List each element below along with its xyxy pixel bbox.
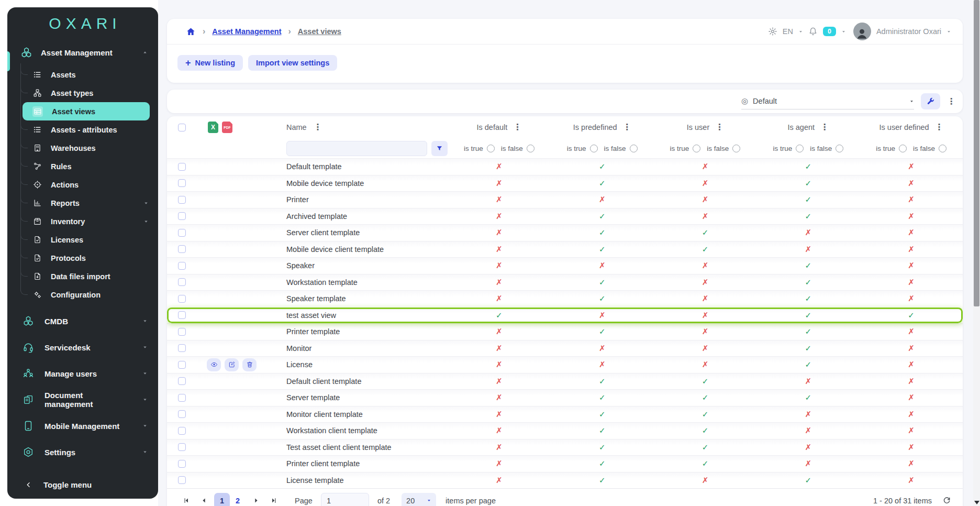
is-true-radio[interactable] bbox=[487, 145, 495, 152]
chevron-down-icon[interactable] bbox=[798, 29, 803, 34]
select-all-checkbox[interactable] bbox=[178, 124, 186, 131]
toggle-menu-button[interactable]: Toggle menu bbox=[7, 480, 158, 489]
is-true-radio[interactable] bbox=[899, 145, 907, 152]
table-row[interactable]: Server client template ✗ ✓ ✓ ✗ ✗ bbox=[167, 224, 963, 241]
row-checkbox[interactable] bbox=[178, 229, 186, 237]
sidebar-item[interactable]: Licenses bbox=[7, 230, 158, 249]
row-checkbox[interactable] bbox=[178, 443, 186, 451]
row-checkbox[interactable] bbox=[178, 212, 186, 220]
scrollbar-down-arrow-icon[interactable] bbox=[974, 501, 979, 504]
table-row[interactable]: Monitor client template ✗ ✓ ✓ ✗ ✗ bbox=[167, 406, 963, 423]
table-row[interactable]: Server template ✗ ✓ ✓ ✓ ✗ bbox=[167, 389, 963, 406]
sidebar-item[interactable]: Configuration bbox=[7, 285, 158, 304]
is-true-radio[interactable] bbox=[693, 145, 700, 152]
table-row[interactable]: Printer client template ✗ ✓ ✓ ✗ ✗ bbox=[167, 455, 963, 472]
view-row-button[interactable] bbox=[207, 358, 221, 371]
sidebar-item[interactable]: Inventory bbox=[7, 212, 158, 230]
is-false-radio[interactable] bbox=[527, 145, 534, 152]
home-icon[interactable] bbox=[186, 27, 196, 37]
sidebar-item[interactable]: Data files import bbox=[7, 267, 158, 285]
delete-row-button[interactable] bbox=[242, 358, 257, 371]
table-row[interactable]: test asset view ✓ ✗ ✗ ✓ ✓ bbox=[167, 307, 963, 324]
sidebar-group-item[interactable]: Mobile Management bbox=[7, 413, 158, 439]
table-row[interactable]: Mobile device client template ✗ ✓ ✓ ✗ ✗ bbox=[167, 241, 963, 258]
column-menu-icon[interactable]: ⋮ bbox=[935, 123, 943, 131]
column-menu-icon[interactable]: ⋮ bbox=[623, 123, 631, 131]
page-size-select[interactable]: 20 bbox=[402, 493, 436, 506]
table-row[interactable]: License template ✗ ✓ ✗ ✓ ✗ bbox=[167, 472, 963, 489]
row-checkbox[interactable] bbox=[178, 344, 186, 352]
page-number-button[interactable]: 1 bbox=[214, 493, 230, 506]
name-filter-button[interactable] bbox=[431, 141, 448, 156]
table-row[interactable]: Workstation client template ✗ ✓ ✓ ✗ ✗ bbox=[167, 422, 963, 439]
vertical-scrollbar[interactable] bbox=[973, 0, 980, 506]
sidebar-item[interactable]: Asset types bbox=[7, 84, 158, 102]
table-row[interactable]: Speaker ✗ ✗ ✗ ✓ ✗ bbox=[167, 257, 963, 274]
breadcrumb-current-page[interactable]: Asset views bbox=[298, 27, 341, 36]
sidebar-group-item[interactable]: Manage users bbox=[7, 360, 158, 387]
is-false-radio[interactable] bbox=[836, 145, 843, 152]
row-checkbox[interactable] bbox=[178, 328, 186, 336]
breadcrumb-link-asset-management[interactable]: Asset Management bbox=[212, 27, 281, 36]
is-false-radio[interactable] bbox=[732, 145, 740, 152]
user-name[interactable]: Administrator Oxari bbox=[876, 27, 941, 36]
sidebar-item-asset-management[interactable]: Asset Management bbox=[7, 42, 158, 63]
table-row[interactable]: Speaker template ✗ ✓ ✗ ✓ ✗ bbox=[167, 290, 963, 307]
sidebar-item[interactable]: Protocols bbox=[7, 249, 158, 267]
language-selector[interactable]: EN bbox=[783, 27, 793, 36]
row-checkbox[interactable] bbox=[178, 476, 186, 484]
sidebar-item[interactable]: Assets - attributes bbox=[7, 120, 158, 139]
first-page-button[interactable] bbox=[179, 493, 193, 506]
row-checkbox[interactable] bbox=[178, 262, 186, 270]
toolbar-kebab-menu[interactable]: ⋮ bbox=[947, 97, 955, 106]
sidebar-item[interactable]: Rules bbox=[7, 157, 158, 175]
last-page-button[interactable] bbox=[266, 493, 281, 506]
column-menu-icon[interactable]: ⋮ bbox=[513, 123, 521, 131]
sidebar-item[interactable]: Reports bbox=[7, 194, 158, 212]
name-filter-input[interactable] bbox=[286, 141, 427, 156]
scrollbar-thumb[interactable] bbox=[974, 0, 979, 306]
page-number-button[interactable]: 2 bbox=[230, 493, 246, 506]
chevron-down-icon[interactable] bbox=[946, 29, 951, 34]
table-row[interactable]: Default template ✗ ✓ ✗ ✓ ✗ bbox=[167, 158, 963, 175]
row-checkbox[interactable] bbox=[178, 311, 186, 319]
sidebar-item[interactable]: Asset views bbox=[23, 102, 150, 120]
is-false-radio[interactable] bbox=[939, 145, 946, 152]
import-view-settings-button[interactable]: Import view settings bbox=[248, 55, 337, 71]
is-true-radio[interactable] bbox=[796, 145, 804, 152]
is-true-radio[interactable] bbox=[590, 145, 598, 152]
row-checkbox[interactable] bbox=[178, 295, 186, 303]
sidebar-group-item[interactable]: Document management bbox=[7, 387, 158, 413]
row-checkbox[interactable] bbox=[178, 196, 186, 204]
sidebar-item[interactable]: Assets bbox=[7, 65, 158, 84]
bell-icon[interactable] bbox=[808, 27, 818, 36]
table-row[interactable]: Workstation template ✗ ✓ ✗ ✓ ✗ bbox=[167, 274, 963, 291]
table-row[interactable]: Archived template ✗ ✓ ✗ ✓ ✗ bbox=[167, 208, 963, 225]
next-page-button[interactable] bbox=[249, 493, 263, 506]
is-false-radio[interactable] bbox=[630, 145, 638, 152]
row-checkbox[interactable] bbox=[178, 427, 186, 435]
column-menu-icon[interactable]: ⋮ bbox=[314, 123, 322, 131]
table-row[interactable]: Printer ✗ ✗ ✗ ✓ ✗ bbox=[167, 191, 963, 208]
row-checkbox[interactable] bbox=[178, 179, 186, 187]
edit-row-button[interactable] bbox=[225, 358, 239, 371]
row-checkbox[interactable] bbox=[178, 460, 186, 468]
notification-badge[interactable]: 0 bbox=[823, 27, 836, 36]
row-checkbox[interactable] bbox=[178, 361, 186, 369]
sidebar-item[interactable]: Actions bbox=[7, 175, 158, 194]
avatar[interactable] bbox=[853, 23, 871, 40]
table-row[interactable]: Default client template ✗ ✓ ✓ ✗ ✗ bbox=[167, 373, 963, 390]
row-checkbox[interactable] bbox=[178, 394, 186, 402]
table-row[interactable]: Monitor ✗ ✗ ✗ ✓ ✗ bbox=[167, 340, 963, 357]
chevron-down-icon[interactable] bbox=[841, 29, 846, 34]
sidebar-group-item[interactable]: CMDB bbox=[7, 308, 158, 334]
sidebar-group-item[interactable]: Servicedesk bbox=[7, 334, 158, 360]
page-number-input[interactable] bbox=[321, 493, 369, 506]
row-checkbox[interactable] bbox=[178, 410, 186, 418]
table-row[interactable]: License ✗ ✗ ✗ ✓ ✗ bbox=[167, 356, 963, 373]
column-menu-icon[interactable]: ⋮ bbox=[820, 123, 829, 131]
row-checkbox[interactable] bbox=[178, 278, 186, 286]
export-pdf-icon[interactable]: PDF bbox=[222, 122, 232, 133]
row-checkbox[interactable] bbox=[178, 377, 186, 385]
table-row[interactable]: Test asset client client template ✗ ✓ ✓ … bbox=[167, 439, 963, 456]
